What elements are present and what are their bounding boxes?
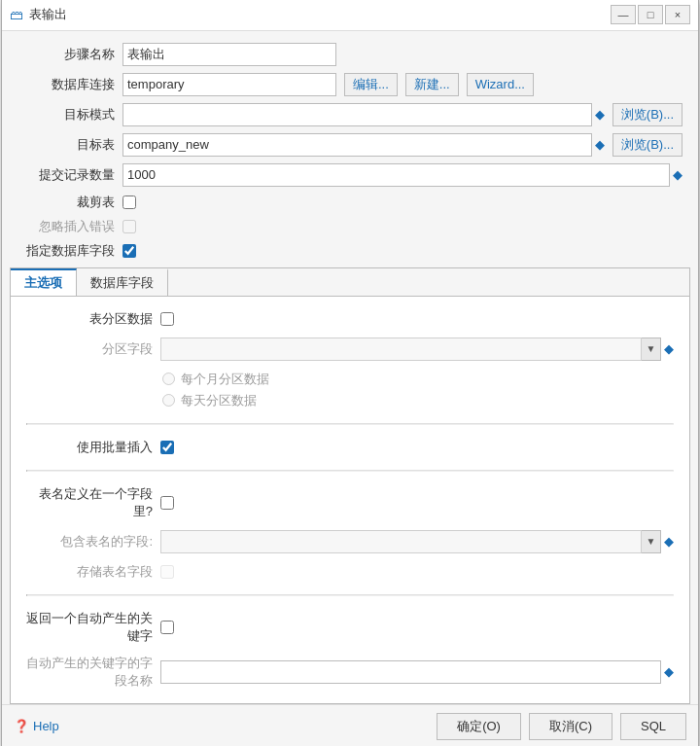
ok-button[interactable]: 确定(O)	[437, 713, 521, 740]
cancel-button[interactable]: 取消(C)	[529, 713, 612, 740]
ignore-errors-checkbox[interactable]	[122, 220, 136, 233]
help-icon: ❓	[14, 719, 29, 733]
monthly-label: 每个月分区数据	[181, 371, 269, 388]
ignore-errors-label: 忽略插入错误	[18, 218, 115, 235]
commit-diamond-icon: ◆	[673, 167, 682, 182]
db-conn-input[interactable]	[122, 73, 336, 96]
return-auto-key-row: 返回一个自动产生的关键字	[26, 610, 674, 645]
field-with-table-name-row: 包含表名的字段: ▼ ◆	[26, 530, 674, 553]
footer: ❓ Help 确定(O) 取消(C) SQL	[2, 704, 698, 747]
partition-data-row: 表分区数据	[26, 310, 674, 328]
commit-size-field: ◆	[122, 163, 682, 187]
store-table-name-label: 存储表名字段	[26, 563, 153, 581]
help-link[interactable]: ❓ Help	[14, 719, 59, 733]
partition-field-arrow[interactable]: ▼	[642, 337, 661, 361]
step-name-input[interactable]	[122, 43, 336, 66]
monthly-daily-row: 每个月分区数据 每天分区数据	[26, 371, 674, 409]
monthly-radio[interactable]	[162, 373, 175, 385]
field-with-table-name-combo: ▼ ◆	[160, 530, 674, 553]
db-conn-row: 数据库连接 编辑... 新建... Wizard...	[18, 73, 682, 96]
partition-field-label: 分区字段	[26, 340, 153, 358]
field-with-table-arrow[interactable]: ▼	[642, 530, 661, 553]
partition-diamond-icon: ◆	[664, 341, 674, 356]
target-table-row: 目标表 ◆ 浏览(B)...	[18, 133, 682, 157]
daily-radio-row: 每天分区数据	[162, 392, 269, 409]
step-name-label: 步骤名称	[18, 46, 115, 63]
daily-radio[interactable]	[162, 394, 175, 407]
table-name-in-field-label: 表名定义在一个字段里?	[26, 485, 153, 520]
target-table-input[interactable]	[122, 133, 592, 157]
return-auto-key-label: 返回一个自动产生的关键字	[26, 610, 153, 645]
bulk-insert-label: 使用批量插入	[26, 439, 153, 456]
store-table-name-checkbox[interactable]	[160, 565, 174, 579]
browse-schema-button[interactable]: 浏览(B)...	[612, 103, 682, 126]
commit-size-label: 提交记录数量	[18, 166, 115, 184]
schema-diamond-icon: ◆	[595, 107, 605, 122]
ignore-errors-row: 忽略插入错误	[18, 218, 682, 235]
commit-size-input[interactable]	[122, 163, 670, 187]
field-with-table-name-select[interactable]	[160, 530, 642, 553]
main-tab-content: 表分区数据 分区字段 ▼ ◆ 每个月分区数据	[11, 297, 689, 703]
truncate-table-label: 裁剪表	[18, 194, 115, 211]
divider-1	[26, 423, 674, 425]
auto-key-field-label: 自动产生的关键字的字段名称	[26, 655, 153, 690]
target-schema-label: 目标模式	[18, 106, 115, 124]
browse-table-button[interactable]: 浏览(B)...	[612, 133, 682, 157]
partition-radio-group: 每个月分区数据 每天分区数据	[153, 371, 269, 409]
form-body: 步骤名称 数据库连接 编辑... 新建... Wizard... 目标模式 ◆ …	[2, 31, 698, 267]
help-label[interactable]: Help	[33, 719, 59, 733]
auto-key-field: ◆	[160, 660, 674, 684]
field-with-table-name-label: 包含表名的字段:	[26, 533, 153, 551]
target-schema-field: ◆	[122, 103, 605, 126]
auto-key-field-row: 自动产生的关键字的字段名称 ◆	[26, 655, 674, 690]
target-schema-row: 目标模式 ◆ 浏览(B)...	[18, 103, 682, 126]
main-tab[interactable]: 主选项	[11, 268, 77, 296]
db-fields-tab[interactable]: 数据库字段	[77, 268, 168, 296]
partition-field-combo: ▼ ◆	[160, 337, 674, 361]
titlebar-buttons: — □ ×	[611, 5, 690, 24]
table-name-in-field-row: 表名定义在一个字段里?	[26, 485, 674, 520]
minimize-button[interactable]: —	[611, 5, 636, 24]
truncate-table-checkbox[interactable]	[122, 195, 136, 209]
partition-field-row: 分区字段 ▼ ◆	[26, 337, 674, 361]
target-table-field: ◆	[122, 133, 605, 157]
auto-key-diamond-icon: ◆	[664, 664, 674, 679]
maximize-button[interactable]: □	[638, 5, 663, 24]
window-icon: 🗃	[10, 7, 23, 22]
store-table-name-row: 存储表名字段	[26, 563, 674, 581]
bulk-insert-checkbox[interactable]	[160, 441, 174, 454]
target-table-label: 目标表	[18, 136, 115, 154]
table-name-in-field-checkbox[interactable]	[160, 496, 174, 510]
footer-buttons: 确定(O) 取消(C) SQL	[437, 713, 686, 740]
partition-data-label: 表分区数据	[26, 310, 153, 328]
specify-fields-row: 指定数据库字段	[18, 242, 682, 260]
edit-button[interactable]: 编辑...	[344, 73, 398, 96]
titlebar: 🗃 表输出 — □ ×	[2, 0, 698, 31]
truncate-table-row: 裁剪表	[18, 194, 682, 211]
tabs-panel: 主选项 数据库字段 表分区数据 分区字段 ▼ ◆	[10, 267, 690, 704]
specify-fields-checkbox[interactable]	[122, 244, 136, 258]
divider-3	[26, 594, 674, 596]
daily-label: 每天分区数据	[181, 392, 257, 409]
partition-field-select[interactable]	[160, 337, 642, 361]
sql-button[interactable]: SQL	[620, 713, 686, 740]
monthly-radio-row: 每个月分区数据	[162, 371, 269, 388]
field-with-table-diamond-icon: ◆	[664, 534, 674, 549]
return-auto-key-checkbox[interactable]	[160, 621, 174, 634]
table-diamond-icon: ◆	[595, 137, 605, 152]
main-window: 🗃 表输出 — □ × 步骤名称 数据库连接 编辑... 新建... Wizar…	[1, 0, 699, 746]
auto-key-field-input[interactable]	[160, 660, 661, 684]
wizard-button[interactable]: Wizard...	[467, 73, 534, 96]
tabs-header: 主选项 数据库字段	[11, 268, 689, 297]
close-button[interactable]: ×	[665, 5, 690, 24]
divider-2	[26, 470, 674, 472]
window-title: 表输出	[29, 6, 605, 23]
new-button[interactable]: 新建...	[405, 73, 459, 96]
bulk-insert-row: 使用批量插入	[26, 439, 674, 456]
specify-fields-label: 指定数据库字段	[18, 242, 115, 260]
step-name-row: 步骤名称	[18, 43, 682, 66]
target-schema-input[interactable]	[122, 103, 592, 126]
commit-size-row: 提交记录数量 ◆	[18, 163, 682, 187]
db-conn-label: 数据库连接	[18, 76, 115, 93]
partition-data-checkbox[interactable]	[160, 312, 174, 326]
